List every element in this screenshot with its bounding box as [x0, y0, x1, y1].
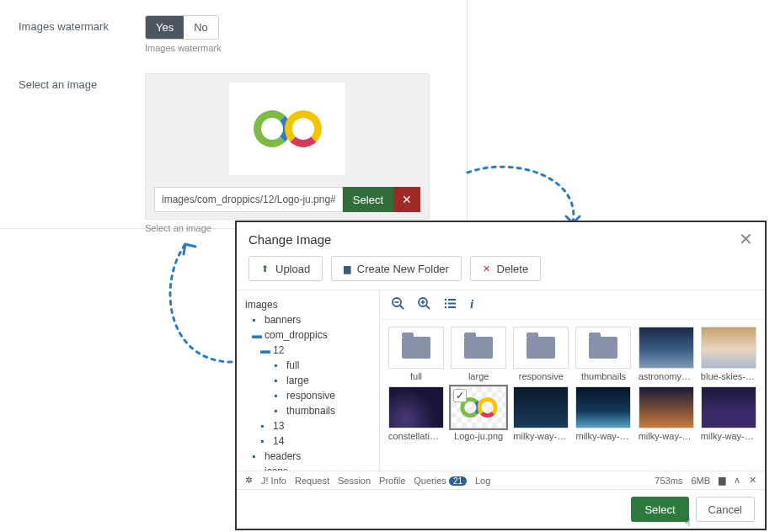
file-item[interactable]: large — [451, 327, 506, 381]
svg-rect-12 — [448, 306, 456, 308]
file-label: large — [451, 371, 506, 381]
joomla-icon: ✲ — [245, 475, 253, 486]
svg-line-1 — [400, 306, 404, 309]
file-label: milky-way-92... — [701, 431, 756, 441]
folder-tree: images ▪banners▬com_droppics▬12▪full▪lar… — [237, 290, 380, 471]
status-request[interactable]: Request — [295, 476, 329, 486]
file-label: milky-way-26... — [575, 431, 631, 441]
file-item[interactable]: milky-way-92... — [701, 386, 756, 441]
modal-cancel-button[interactable]: Cancel — [696, 497, 755, 522]
tree-node[interactable]: ▬com_droppics — [245, 327, 376, 343]
zoom-out-icon[interactable] — [392, 297, 404, 312]
toggle-yes[interactable]: Yes — [146, 16, 184, 39]
change-image-modal: Change Image ✕ ⬆Upload ▆Create New Folde… — [235, 221, 767, 530]
tree-node[interactable]: ▪banners — [245, 312, 376, 327]
file-label: full — [388, 371, 444, 381]
file-item[interactable]: ✓Logo-ju.png — [451, 386, 506, 441]
svg-rect-10 — [448, 303, 456, 305]
preview-logo-icon — [254, 110, 322, 147]
upload-button[interactable]: ⬆Upload — [249, 256, 323, 281]
svg-rect-8 — [448, 299, 456, 301]
file-label: blue-skies-78... — [701, 371, 756, 381]
svg-line-4 — [426, 306, 430, 309]
file-grid: fulllargeresponsivethumbnailsastronomy-c… — [380, 320, 765, 448]
status-log[interactable]: Log — [475, 476, 490, 486]
tree-node[interactable]: ▬12 — [245, 343, 376, 358]
tree-node[interactable]: ▪14 — [245, 434, 376, 449]
status-queries[interactable]: Queries 21 — [414, 476, 467, 486]
svg-point-7 — [445, 299, 447, 301]
tree-root[interactable]: images — [245, 297, 376, 312]
file-item[interactable]: thumbnails — [575, 327, 631, 381]
tree-node[interactable]: ▪large — [245, 373, 376, 388]
delete-icon: ✕ — [483, 263, 490, 274]
file-item[interactable]: milky-way-26... — [575, 386, 631, 441]
tree-node[interactable]: ▪responsive — [245, 388, 376, 403]
watermark-hint: Images watermark — [145, 43, 467, 53]
modal-title: Change Image — [249, 232, 739, 247]
upload-icon: ⬆ — [261, 263, 269, 274]
folder-icon[interactable]: ▆ — [719, 475, 725, 486]
select-image-label: Select an image — [19, 73, 145, 233]
status-jinfo[interactable]: J! Info — [261, 476, 286, 486]
file-label: thumbnails — [575, 371, 631, 381]
file-item[interactable]: astronomy-c... — [639, 327, 694, 381]
image-preview — [229, 82, 345, 175]
status-profile[interactable]: Profile — [379, 476, 405, 486]
watermark-toggle[interactable]: Yes No — [145, 15, 219, 40]
tree-node[interactable]: ▪headers — [245, 449, 376, 464]
modal-header: Change Image ✕ — [237, 222, 765, 256]
file-label: Logo-ju.png — [451, 431, 506, 441]
list-view-icon[interactable] — [444, 297, 457, 312]
folder-icon: ▆ — [344, 263, 350, 274]
svg-point-11 — [445, 306, 447, 309]
new-folder-button[interactable]: ▆Create New Folder — [331, 256, 462, 281]
status-memory: 6MB — [691, 476, 710, 486]
tree-node[interactable]: ▪full — [245, 358, 376, 373]
file-item[interactable]: milky-way-54... — [639, 386, 694, 441]
file-label: constellation... — [388, 431, 444, 441]
delete-button[interactable]: ✕Delete — [470, 256, 542, 281]
toggle-no[interactable]: No — [184, 16, 218, 39]
status-time: 753ms — [655, 476, 682, 486]
zoom-in-icon[interactable] — [418, 297, 430, 312]
file-item[interactable]: responsive — [513, 327, 569, 381]
info-icon[interactable]: i — [470, 297, 473, 312]
image-path-input[interactable] — [154, 187, 343, 212]
chevron-up-icon[interactable]: ∧ — [734, 475, 740, 486]
browser-tools: i — [380, 290, 765, 320]
modal-footer: Select Cancel — [237, 489, 765, 529]
tree-node[interactable]: ▪13 — [245, 418, 376, 434]
file-item[interactable]: milky-way-10... — [513, 386, 569, 441]
clear-button[interactable]: ✕ — [393, 187, 420, 212]
close-icon[interactable]: ✕ — [749, 475, 756, 486]
modal-toolbar: ⬆Upload ▆Create New Folder ✕Delete — [237, 256, 765, 290]
file-item[interactable]: full — [388, 327, 444, 381]
file-item[interactable]: blue-skies-78... — [701, 327, 756, 381]
file-label: milky-way-10... — [513, 431, 569, 441]
tree-node[interactable]: ▪icons — [245, 464, 376, 471]
config-panel: Images watermark Yes No Images watermark… — [0, 0, 468, 229]
file-label: astronomy-c... — [639, 371, 694, 381]
modal-select-button[interactable]: Select — [631, 497, 688, 522]
select-button[interactable]: Select — [343, 187, 393, 212]
status-bar: ✲ J! Info Request Session Profile Querie… — [237, 471, 765, 489]
image-picker: Select ✕ — [145, 73, 430, 220]
file-browser: i fulllargeresponsivethumbnailsastronomy… — [380, 290, 765, 471]
file-item[interactable]: constellation... — [388, 386, 444, 441]
watermark-label: Images watermark — [19, 15, 145, 53]
svg-point-9 — [445, 302, 447, 305]
tree-node[interactable]: ▪thumbnails — [245, 403, 376, 418]
status-session[interactable]: Session — [338, 476, 371, 486]
file-label: responsive — [513, 371, 569, 381]
close-icon[interactable]: ✕ — [739, 231, 753, 247]
arrow-icon — [152, 236, 244, 370]
file-label: milky-way-54... — [639, 431, 694, 441]
